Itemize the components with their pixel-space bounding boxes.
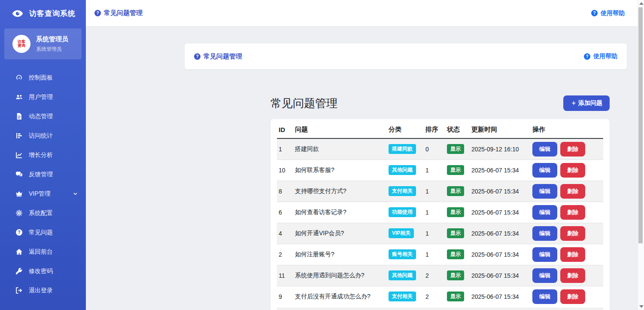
category-badge: 其他问题: [389, 165, 416, 175]
col-header-updated: 更新时间: [470, 124, 531, 138]
cell-id: 2: [277, 244, 293, 265]
sidebar-item-label: 用户管理: [29, 93, 53, 101]
sidebar-item-visit-stats[interactable]: 访问统计: [0, 126, 86, 145]
sidebar: 访客查询系统 访客 查询 系统管理员 系统管理员 控制面板 用户管理 动态管理 …: [0, 0, 86, 310]
edit-button[interactable]: 编辑: [532, 268, 557, 283]
cell-sort: 1: [424, 244, 445, 265]
cell-id: 11: [277, 265, 293, 286]
scroll-down-arrow-icon[interactable]: [639, 305, 644, 308]
category-badge: 其他问题: [389, 270, 416, 280]
cell-question: 搭建同款: [293, 138, 387, 160]
sidebar-item-frontend[interactable]: 返回前台: [0, 242, 86, 261]
cell-sort: 1: [424, 181, 445, 202]
table-row: 2 如何注册账号? 账号相关 1 显示 2025-06-07 15:34 编辑删…: [277, 244, 603, 265]
sidebar-item-label: 系统配置: [29, 209, 53, 217]
cell-id: 4: [277, 223, 293, 244]
col-header-question: 问题: [293, 124, 387, 138]
table-row: 1 搭建同款 搭建同款 0 显示 2025-09-12 16:10 编辑删除: [277, 138, 603, 160]
question-circle-icon: ?: [194, 53, 200, 60]
help-link[interactable]: ? 使用帮助: [591, 9, 625, 17]
sidebar-item-system-config[interactable]: 系统配置: [0, 203, 86, 223]
status-badge: 显示: [447, 207, 464, 217]
main-content: ? 常见问题管理 ? 使用帮助 常见问题管理 ＋ 添加问题 ID 问题 分类 排…: [86, 27, 638, 310]
status-badge: 显示: [447, 249, 464, 259]
breadcrumb: ? 常见问题管理: [94, 9, 143, 17]
table-row-partial: [277, 308, 603, 310]
sidebar-item-label: 访问统计: [29, 132, 53, 140]
question-circle-icon: ?: [591, 10, 598, 16]
edit-button[interactable]: 编辑: [532, 163, 557, 178]
eye-icon: [12, 9, 23, 18]
delete-button[interactable]: 删除: [560, 184, 585, 199]
cell-id: 9: [277, 286, 293, 307]
edit-button[interactable]: 编辑: [532, 247, 557, 262]
key-icon: [15, 267, 23, 275]
col-header-status: 状态: [445, 124, 470, 138]
edit-button[interactable]: 编辑: [532, 142, 557, 157]
chart-bar-icon: [15, 132, 23, 139]
chart-line-icon: [15, 151, 23, 159]
cell-updated: 2025-06-07 15:34: [470, 160, 531, 181]
edit-button[interactable]: 编辑: [532, 289, 557, 304]
cell-updated: 2025-06-07 15:34: [470, 181, 531, 202]
faq-table-card: ID 问题 分类 排序 状态 更新时间 操作 1 搭建同款 搭建同款 0 显示 …: [270, 119, 610, 310]
edit-button[interactable]: 编辑: [532, 205, 557, 220]
faq-table: ID 问题 分类 排序 状态 更新时间 操作 1 搭建同款 搭建同款 0 显示 …: [277, 124, 603, 307]
sidebar-item-feedback[interactable]: 反馈管理: [0, 165, 86, 184]
col-header-sort: 排序: [424, 124, 445, 138]
category-badge: 功能使用: [389, 207, 416, 217]
table-row: 6 如何查看访客记录? 功能使用 1 显示 2025-06-07 15:34 编…: [277, 202, 603, 223]
delete-button[interactable]: 删除: [560, 289, 585, 304]
logout-icon: [15, 287, 23, 294]
help-link-label: 使用帮助: [601, 9, 625, 17]
table-header-row: ID 问题 分类 排序 状态 更新时间 操作: [277, 124, 603, 138]
delete-button[interactable]: 删除: [560, 163, 585, 178]
delete-button[interactable]: 删除: [560, 226, 585, 241]
sidebar-item-vip[interactable]: VIP管理: [0, 184, 86, 203]
sidebar-item-faq[interactable]: ? 常见问题: [0, 223, 86, 242]
page-scrollbar[interactable]: [638, 0, 644, 310]
edit-button[interactable]: 编辑: [532, 184, 557, 199]
category-badge: 支付相关: [389, 186, 416, 196]
cell-updated: 2025-06-07 15:34: [470, 265, 531, 286]
chevron-down-icon: [73, 191, 78, 196]
status-badge: 显示: [447, 186, 464, 196]
sidebar-item-label: 反馈管理: [29, 171, 53, 178]
cell-updated: 2025-06-07 15:34: [470, 244, 531, 265]
category-badge: 搭建同款: [389, 144, 416, 154]
category-badge: 账号相关: [389, 249, 416, 259]
sidebar-item-logout[interactable]: 退出登录: [0, 281, 86, 300]
delete-button[interactable]: 删除: [560, 205, 585, 220]
cell-updated: 2025-06-07 15:34: [470, 223, 531, 244]
table-row: 4 如何开通VIP会员? VIP相关 1 显示 2025-06-07 15:34…: [277, 223, 603, 244]
cell-updated: 2025-06-07 15:34: [470, 286, 531, 307]
banner-title: 常见问题管理: [204, 52, 242, 61]
delete-button[interactable]: 删除: [560, 247, 585, 262]
sidebar-item-label: VIP管理: [29, 190, 51, 198]
user-name: 系统管理员: [36, 35, 68, 43]
scrollbar-thumb[interactable]: [638, 7, 643, 243]
sidebar-item-change-password[interactable]: 修改密码: [0, 261, 86, 281]
question-circle-icon: ?: [584, 53, 590, 60]
add-question-button[interactable]: ＋ 添加问题: [563, 95, 610, 111]
app-title: 访客查询系统: [29, 9, 76, 18]
sidebar-item-posts[interactable]: 动态管理: [0, 107, 86, 126]
cell-id: 10: [277, 160, 293, 181]
banner-help-link[interactable]: ? 使用帮助: [584, 52, 617, 60]
sidebar-item-label: 返回前台: [29, 248, 53, 256]
scroll-up-arrow-icon[interactable]: [639, 2, 644, 5]
edit-button[interactable]: 编辑: [532, 226, 557, 241]
sidebar-item-dashboard[interactable]: 控制面板: [0, 68, 86, 87]
cell-updated: 2025-09-12 16:10: [470, 138, 531, 160]
brand: 访客查询系统: [0, 0, 86, 27]
file-icon: [15, 113, 23, 120]
delete-button[interactable]: 删除: [560, 142, 585, 157]
cell-sort: 0: [424, 138, 445, 160]
delete-button[interactable]: 删除: [560, 268, 585, 283]
sidebar-item-label: 退出登录: [29, 287, 53, 295]
sidebar-item-users[interactable]: 用户管理: [0, 87, 86, 107]
sidebar-item-growth[interactable]: 增长分析: [0, 145, 86, 165]
sidebar-item-label: 常见问题: [29, 229, 53, 236]
col-header-category: 分类: [387, 124, 424, 138]
col-header-id: ID: [277, 124, 293, 138]
